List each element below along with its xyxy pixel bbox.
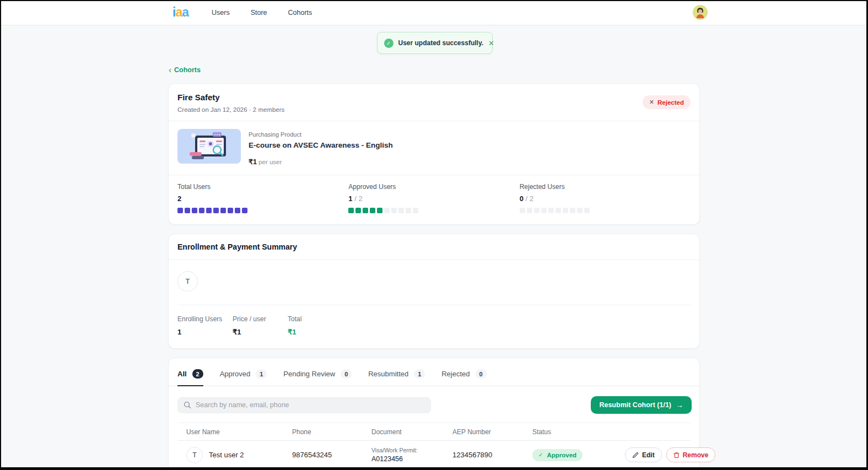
meter-block [563, 208, 568, 213]
meter-block [413, 208, 418, 213]
total-users-meter [177, 208, 348, 213]
user-aep-number: 1234567890 [444, 451, 524, 459]
row-avatar: T [186, 447, 203, 463]
search-input-wrapper [177, 397, 431, 413]
trash-icon [673, 452, 680, 458]
search-icon [184, 401, 191, 409]
tab-all[interactable]: All2 [177, 361, 203, 386]
meter-block [348, 208, 354, 213]
meter-block [577, 208, 583, 213]
cohort-title: Fire Safety [177, 93, 284, 102]
tab-pending-review[interactable]: Pending Review0 [283, 361, 352, 386]
enrolling-user-avatar[interactable]: T [177, 271, 198, 291]
status-badge-rejected: ✕ Rejected [643, 95, 691, 109]
tab-approved[interactable]: Approved1 [220, 361, 267, 386]
cohort-subtitle: Created on Jan 12, 2026 · 2 members [177, 106, 284, 113]
toast-success: ✓ User updated successfully. ✕ [377, 32, 493, 54]
product-price: ₹1 per user [249, 158, 393, 166]
status-badge-approved: ✓ Approved [532, 449, 583, 461]
avatar-illustration [693, 5, 708, 20]
users-table: User Name Phone Document AEP Number Stat… [177, 423, 691, 470]
meter-block [370, 208, 375, 213]
meter-block [206, 208, 212, 213]
meter-block [556, 208, 561, 213]
toast-message: User updated successfully. [398, 39, 484, 47]
summary-title: Enrollment & Payment Summary [169, 234, 699, 260]
meter-block [534, 208, 540, 213]
app-logo[interactable]: iaa [172, 5, 188, 20]
enrollment-summary-card: Enrollment & Payment Summary T Enrolling… [168, 234, 700, 349]
tab-resubmitted[interactable]: Resubmitted1 [368, 361, 425, 386]
meter-block [584, 208, 590, 213]
breadcrumb[interactable]: ‹ Cohorts [169, 66, 201, 74]
users-table-card: All2 Approved1 Pending Review0 Resubmitt… [168, 358, 700, 470]
x-icon: ✕ [649, 99, 654, 106]
tab-rejected[interactable]: Rejected0 [441, 361, 486, 386]
meter-block [520, 208, 525, 213]
check-circle-icon: ✓ [384, 39, 393, 48]
meter-block [185, 208, 190, 213]
summary-total: Total ₹1 [288, 315, 343, 336]
meter-block [527, 208, 532, 213]
user-name: Test user 2 [209, 451, 244, 459]
chevron-left-icon: ‹ [169, 66, 171, 74]
product-name: E-course on AVSEC Awareness - English [249, 141, 393, 149]
close-icon[interactable]: ✕ [488, 39, 494, 47]
meter-block [213, 208, 219, 213]
rejected-users-meter [520, 208, 691, 213]
summary-enrolling-users: Enrolling Users 1 [177, 315, 233, 336]
table-row: T Test user 2 9876543245 Visa/Work Permi… [177, 441, 691, 469]
meter-block [192, 208, 197, 213]
remove-button[interactable]: Remove [666, 447, 716, 462]
meter-block [548, 208, 554, 213]
summary-price-per-user: Price / user ₹1 [233, 315, 288, 336]
search-input[interactable] [196, 401, 425, 409]
nav-item-cohorts[interactable]: Cohorts [288, 9, 312, 17]
top-navbar: iaa Users Store Cohorts [0, 0, 868, 25]
stat-rejected-users: Rejected Users 0 / 2 [520, 183, 691, 213]
product-illustration [177, 129, 241, 164]
meter-block [406, 208, 411, 213]
meter-block [377, 208, 382, 213]
edit-button[interactable]: Edit [625, 447, 662, 462]
product-thumbnail [177, 129, 241, 164]
divider [177, 305, 691, 305]
user-avatar[interactable] [693, 5, 708, 20]
table-header-row: User Name Phone Document AEP Number Stat… [177, 423, 691, 441]
meter-block [398, 208, 404, 213]
meter-block [235, 208, 240, 213]
main-content: ‹ Cohorts Fire Safety Created on Jan 12,… [168, 25, 700, 470]
meter-block [384, 208, 390, 213]
meter-block [199, 208, 204, 213]
resubmit-cohort-button[interactable]: Resubmit Cohort (1/1) → [591, 396, 692, 414]
meter-block [541, 208, 547, 213]
approved-users-meter [348, 208, 519, 213]
status-tabs: All2 Approved1 Pending Review0 Resubmitt… [169, 361, 699, 386]
stat-approved-users: Approved Users 1 / 2 [348, 183, 519, 213]
pencil-icon [632, 452, 639, 458]
product-label: Purchasing Product [249, 131, 393, 138]
meter-block [363, 208, 368, 213]
meter-block [355, 208, 361, 213]
user-document: Visa/Work Permit: A0123456 [363, 447, 444, 463]
stat-total-users: Total Users 2 [177, 183, 348, 213]
check-icon: ✓ [538, 452, 543, 458]
user-phone: 9876543245 [283, 451, 363, 459]
meter-block [228, 208, 233, 213]
nav-item-users[interactable]: Users [212, 9, 230, 17]
meter-block [391, 208, 397, 213]
meter-block [242, 208, 247, 213]
nav-item-store[interactable]: Store [251, 9, 267, 17]
meter-block [177, 208, 183, 213]
arrow-right-icon: → [676, 401, 683, 409]
meter-block [570, 208, 575, 213]
meter-block [220, 208, 226, 213]
cohort-card: Fire Safety Created on Jan 12, 2026 · 2 … [168, 83, 700, 225]
breadcrumb-label: Cohorts [174, 66, 201, 74]
